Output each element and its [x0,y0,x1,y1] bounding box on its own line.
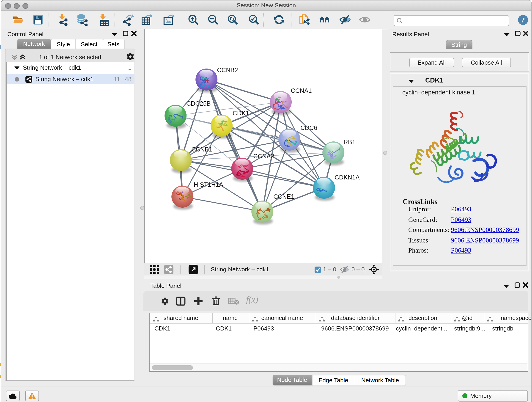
svg-text:CDC25B: CDC25B [186,100,211,107]
svg-text:CDC6: CDC6 [300,124,317,131]
svg-text:CDKN1A: CDKN1A [335,174,360,181]
svg-text:CCNE1: CCNE1 [273,193,294,200]
svg-text:CCNB2: CCNB2 [217,66,238,73]
svg-text:CCNA2: CCNA2 [253,153,274,160]
svg-text:?: ? [521,16,525,24]
svg-text:RB1: RB1 [343,138,355,145]
svg-text:CCNB1: CCNB1 [191,146,212,153]
svg-text:HIST1H1A: HIST1H1A [194,181,223,188]
svg-text:CDK1: CDK1 [233,109,249,116]
svg-text:CCNA1: CCNA1 [291,87,312,94]
